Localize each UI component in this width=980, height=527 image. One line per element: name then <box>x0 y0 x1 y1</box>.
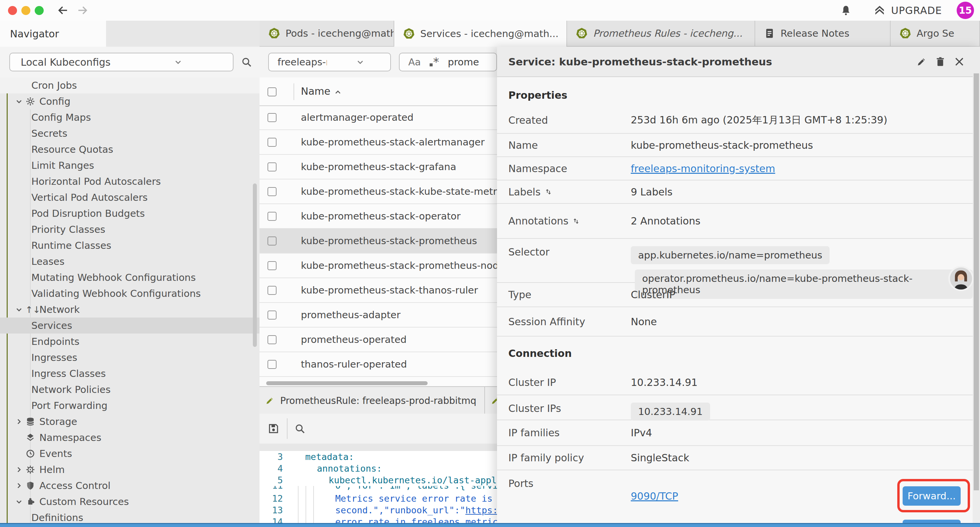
table-row-thanos-ruler-operated[interactable]: thanos-ruler-operated <box>259 352 497 377</box>
row-checkbox[interactable] <box>267 286 277 295</box>
sidebar-search-icon[interactable] <box>241 56 252 68</box>
row-checkbox[interactable] <box>267 335 277 344</box>
tab-pods-icecheng-mathmas[interactable]: Pods - icecheng@mathmas... <box>259 21 394 47</box>
table-row-kube-prometheus-stack-prometheus-node-ex[interactable]: kube-prometheus-stack-prometheus-node-ex… <box>259 253 497 278</box>
table-row-kube-prometheus-stack-kube-state-metrics[interactable]: kube-prometheus-stack-kube-state-metrics <box>259 180 497 204</box>
upgrade-button[interactable]: UPGRADE <box>873 4 942 16</box>
table-row-prometheus-adapter[interactable]: prometheus-adapter <box>259 303 497 328</box>
sidebar-item-leases[interactable]: Leases <box>0 253 259 269</box>
sidebar-item-endpoints[interactable]: Endpoints <box>0 334 259 350</box>
row-checkbox[interactable] <box>267 162 277 172</box>
forward-button[interactable]: Forward... <box>903 486 961 506</box>
edit-pencil-icon[interactable] <box>916 56 927 67</box>
sidebar-item-helm[interactable]: Helm <box>0 462 259 478</box>
port-link[interactable]: 9090/TCP <box>631 490 903 502</box>
table-row-alertmanager-operated[interactable]: alertmanager-operated <box>259 105 497 130</box>
row-checkbox[interactable] <box>267 310 277 320</box>
tab-navigator[interactable]: Navigator <box>0 21 106 47</box>
sidebar-item-pod-disruption-budgets[interactable]: Pod Disruption Budgets <box>0 205 259 221</box>
row-checkbox[interactable] <box>267 187 277 196</box>
save-icon[interactable] <box>267 423 280 435</box>
sidebar-item-network[interactable]: ↑↓Network <box>0 301 259 318</box>
detail-label: Labels <box>497 180 631 203</box>
sidebar-item-events[interactable]: Events <box>0 446 259 462</box>
sidebar-item-horizontal-pod-autoscalers[interactable]: Horizontal Pod Autoscalers <box>0 174 259 189</box>
sidebar-item-config[interactable]: Config <box>0 93 259 110</box>
window-close-button[interactable] <box>8 6 17 15</box>
notification-count-badge[interactable]: 15 <box>957 2 974 19</box>
sidebar-item-storage[interactable]: Storage <box>0 414 259 430</box>
tab-label: Release Notes <box>781 28 849 39</box>
table-row-kube-prometheus-stack-alertmanager[interactable]: kube-prometheus-stack-alertmanager <box>259 130 497 155</box>
table-row-prometheus-operated[interactable]: prometheus-operated <box>259 328 497 352</box>
sidebar-item-limit-ranges[interactable]: Limit Ranges <box>0 158 259 174</box>
bell-icon[interactable] <box>840 5 851 16</box>
sidebar-item-validating-webhook-configurations[interactable]: Validating Webhook Configurations <box>0 285 259 301</box>
sidebar-item-label: Validating Webhook Configurations <box>31 288 201 299</box>
sidebar-scrollbar[interactable] <box>253 183 257 347</box>
sidebar-item-runtime-classes[interactable]: Runtime Classes <box>0 237 259 253</box>
select-all-checkbox[interactable] <box>267 88 277 96</box>
sidebar-item-config-maps[interactable]: Config Maps <box>0 110 259 126</box>
table-row-kube-prometheus-stack-operator[interactable]: kube-prometheus-stack-operator <box>259 204 497 229</box>
sidebar-item-ingress-classes[interactable]: Ingress Classes <box>0 366 259 382</box>
sidebar-item-custom-resources[interactable]: Custom Resources <box>0 494 259 509</box>
indent-guide <box>305 516 306 523</box>
window-minimize-button[interactable] <box>21 6 30 15</box>
name-column-header[interactable]: Name <box>301 85 331 97</box>
close-icon[interactable] <box>953 56 965 68</box>
row-checkbox[interactable] <box>267 138 277 147</box>
row-checkbox[interactable] <box>267 236 277 245</box>
row-checkbox[interactable] <box>267 360 277 369</box>
tab-argo-se[interactable]: Argo Se <box>891 21 980 47</box>
back-icon[interactable] <box>57 4 69 16</box>
tab-prometheus-rules-icecheng[interactable]: Prometheus Rules - icecheng... <box>567 21 755 47</box>
drawer-scrollbar-track[interactable] <box>973 47 980 523</box>
sort-updown-icon[interactable] <box>544 188 553 196</box>
drawer-scrollbar-thumb[interactable] <box>974 73 979 490</box>
search-input[interactable]: Aa * prome <box>399 53 497 72</box>
sidebar-item-secrets[interactable]: Secrets <box>0 126 259 142</box>
editor-search-icon[interactable] <box>294 423 305 434</box>
sidebar-item-label: Leases <box>31 256 64 267</box>
sidebar-item-vertical-pod-autoscalers[interactable]: Vertical Pod Autoscalers <box>0 189 259 205</box>
sidebar-item-namespaces[interactable]: Namespaces <box>0 430 259 446</box>
sidebar-item-priority-classes[interactable]: Priority Classes <box>0 221 259 237</box>
sort-ascending-icon[interactable] <box>334 88 342 97</box>
namespace-link[interactable]: freeleaps-monitoring-system <box>631 163 775 174</box>
row-checkbox[interactable] <box>267 212 277 221</box>
forward-button[interactable]: Forward... <box>903 520 961 523</box>
detail-label: Annotations <box>497 204 631 238</box>
sidebar-item-definitions[interactable]: Definitions <box>0 509 259 523</box>
sidebar-item-ingresses[interactable]: Ingresses <box>0 350 259 366</box>
sidebar-item-access-control[interactable]: Access Control <box>0 478 259 494</box>
yaml-editor[interactable]: 3metadata:4annotations:5kubectl.kubernet… <box>259 451 497 523</box>
avatar[interactable] <box>948 266 974 291</box>
editor-tab-prometheusrule[interactable]: PrometheusRule: freeleaps-prod-rabbitmq <box>259 387 485 414</box>
table-horizontal-scrollbar[interactable] <box>266 381 496 385</box>
table-row-kube-prometheus-stack-thanos-ruler[interactable]: kube-prometheus-stack-thanos-ruler <box>259 278 497 303</box>
sidebar-item-port-forwarding[interactable]: Port Forwarding <box>0 398 259 414</box>
tab-release-notes[interactable]: Release Notes <box>755 21 891 47</box>
trash-icon[interactable] <box>935 56 946 67</box>
sidebar-item-network-policies[interactable]: Network Policies <box>0 382 259 398</box>
tab-services-icecheng-math[interactable]: Services - icecheng@math... <box>394 21 567 47</box>
kubeconfig-select[interactable]: Local Kubeconfigs <box>10 53 234 72</box>
row-checkbox[interactable] <box>267 113 277 122</box>
sidebar-item-cron-jobs[interactable]: Cron Jobs <box>0 77 259 93</box>
sidebar-item-mutating-webhook-configurations[interactable]: Mutating Webhook Configurations <box>0 269 259 285</box>
detail-value: None <box>631 307 973 336</box>
navigator-title: Navigator <box>10 28 59 40</box>
match-case-toggle[interactable]: Aa <box>408 56 421 68</box>
sort-updown-icon[interactable] <box>572 217 581 226</box>
window-zoom-button[interactable] <box>35 6 44 15</box>
namespace-select[interactable]: freeleaps-monitoring-system <box>268 53 391 72</box>
editor-tab-partial[interactable] <box>485 387 497 414</box>
table-row-kube-prometheus-stack-grafana[interactable]: kube-prometheus-stack-grafana <box>259 155 497 180</box>
sidebar-item-label: Pod Disruption Budgets <box>31 208 145 219</box>
sidebar-item-services[interactable]: Services <box>0 318 259 334</box>
sidebar-item-resource-quotas[interactable]: Resource Quotas <box>0 142 259 158</box>
table-row-kube-prometheus-stack-prometheus[interactable]: kube-prometheus-stack-prometheus <box>259 229 497 253</box>
row-checkbox[interactable] <box>267 261 277 270</box>
regex-toggle[interactable]: * <box>430 56 439 68</box>
